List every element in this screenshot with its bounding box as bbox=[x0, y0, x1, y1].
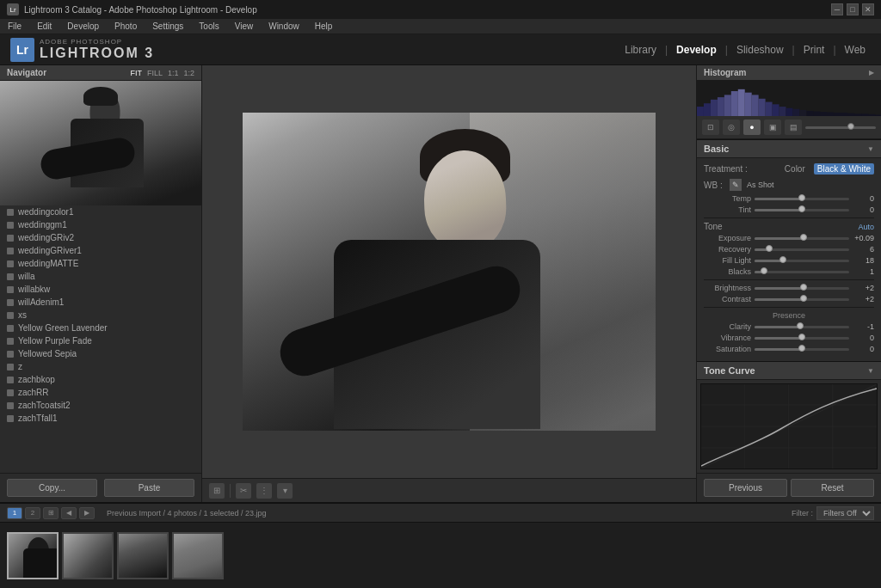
preset-item[interactable]: z bbox=[0, 360, 201, 373]
svg-rect-14 bbox=[792, 109, 799, 116]
temp-thumb[interactable] bbox=[798, 194, 805, 201]
tool-mini-slider[interactable] bbox=[805, 126, 876, 129]
tint-slider[interactable] bbox=[755, 209, 849, 211]
tab-web[interactable]: Web bbox=[840, 42, 871, 58]
tint-thumb[interactable] bbox=[798, 205, 805, 212]
saturation-slider[interactable] bbox=[755, 348, 849, 351]
page-1-btn[interactable]: 1 bbox=[7, 507, 22, 519]
preset-item[interactable]: Yellow Purple Fade bbox=[0, 334, 201, 347]
prev-btn[interactable]: ◀ bbox=[61, 507, 77, 519]
treatment-color[interactable]: Color bbox=[781, 163, 809, 175]
paste-button[interactable]: Paste bbox=[104, 479, 194, 497]
previous-button[interactable]: Previous bbox=[704, 479, 787, 497]
preset-item[interactable]: weddingGRiv2 bbox=[0, 231, 201, 244]
histogram-collapse[interactable]: ▶ bbox=[869, 69, 874, 77]
preset-item[interactable]: xs bbox=[0, 309, 201, 322]
basic-collapse[interactable]: ▼ bbox=[867, 145, 874, 153]
preset-item[interactable]: zachTfall1 bbox=[0, 412, 201, 425]
clarity-thumb[interactable] bbox=[797, 322, 804, 329]
tab-print[interactable]: Print bbox=[798, 42, 830, 58]
preset-item[interactable]: weddingcolor1 bbox=[0, 205, 201, 218]
menu-file[interactable]: File bbox=[5, 21, 24, 31]
brightness-slider[interactable] bbox=[755, 287, 849, 290]
menu-tools[interactable]: Tools bbox=[196, 21, 221, 31]
filter-select[interactable]: Filters Off bbox=[816, 506, 874, 520]
dropdown-icon[interactable]: ▾ bbox=[277, 483, 293, 499]
navigator-preview[interactable] bbox=[0, 81, 201, 205]
contrast-slider[interactable] bbox=[755, 298, 849, 301]
clarity-slider[interactable] bbox=[755, 326, 849, 328]
zoom-12[interactable]: 1:2 bbox=[183, 69, 194, 77]
preset-item[interactable]: zachTcoatsit2 bbox=[0, 399, 201, 412]
fillight-thumb[interactable] bbox=[779, 256, 786, 263]
tone-curve-canvas[interactable] bbox=[700, 383, 878, 469]
copy-button[interactable]: Copy... bbox=[7, 479, 97, 497]
thumbnail-2[interactable] bbox=[62, 532, 114, 579]
restore-button[interactable]: □ bbox=[847, 3, 859, 15]
crop-icon[interactable]: ✂ bbox=[236, 483, 251, 499]
basic-panel-header[interactable]: Basic ▼ bbox=[697, 139, 881, 158]
minimize-button[interactable]: ─ bbox=[831, 3, 843, 15]
view-icon[interactable]: ⊞ bbox=[209, 483, 225, 499]
preset-item[interactable]: zachbkop bbox=[0, 373, 201, 386]
preset-item[interactable]: weddingGRiver1 bbox=[0, 244, 201, 257]
menu-help[interactable]: Help bbox=[312, 21, 336, 31]
tool-redeye[interactable]: ● bbox=[743, 119, 761, 135]
preset-item[interactable]: Yellowed Sepia bbox=[0, 347, 201, 360]
preset-item[interactable]: weddinggm1 bbox=[0, 218, 201, 231]
grid-icon[interactable]: ⋮ bbox=[256, 483, 272, 499]
close-button[interactable]: ✕ bbox=[862, 3, 874, 15]
reset-button[interactable]: Reset bbox=[791, 479, 874, 497]
next-btn[interactable]: ▶ bbox=[79, 507, 95, 519]
menu-window[interactable]: Window bbox=[266, 21, 302, 31]
tool-brush[interactable]: ▣ bbox=[764, 119, 781, 135]
preset-item[interactable]: willabkw bbox=[0, 283, 201, 296]
preset-item[interactable]: weddingMATTE bbox=[0, 257, 201, 270]
preset-item[interactable]: willAdenim1 bbox=[0, 296, 201, 309]
menu-view[interactable]: View bbox=[232, 21, 256, 31]
treatment-row: Treatment : Color Black & White bbox=[704, 163, 874, 175]
vibrance-slider[interactable] bbox=[755, 337, 849, 340]
brightness-thumb[interactable] bbox=[800, 284, 807, 291]
treatment-bw[interactable]: Black & White bbox=[814, 163, 874, 175]
page-2-btn[interactable]: 2 bbox=[25, 507, 40, 519]
zoom-fill[interactable]: FILL bbox=[147, 69, 163, 77]
tonecurve-header[interactable]: Tone Curve ▼ bbox=[697, 361, 881, 380]
blacks-slider[interactable] bbox=[755, 271, 849, 273]
thumbnail-3[interactable] bbox=[117, 532, 169, 579]
tab-develop[interactable]: Develop bbox=[671, 42, 722, 58]
auto-label[interactable]: Auto bbox=[858, 223, 874, 231]
temp-slider[interactable] bbox=[755, 198, 849, 200]
blacks-thumb[interactable] bbox=[761, 267, 767, 274]
tonecurve-collapse[interactable]: ▼ bbox=[867, 367, 874, 375]
contrast-thumb[interactable] bbox=[800, 295, 807, 302]
wb-eyedropper[interactable]: ✎ bbox=[730, 179, 742, 191]
preset-item[interactable]: zachRR bbox=[0, 386, 201, 399]
recovery-slider[interactable] bbox=[755, 248, 849, 251]
tab-library[interactable]: Library bbox=[619, 42, 662, 58]
filmstrip-info: Previous Import / 4 photos / 1 selected … bbox=[107, 509, 267, 518]
fillight-slider[interactable] bbox=[755, 260, 849, 262]
preset-item[interactable]: willa bbox=[0, 270, 201, 283]
vibrance-thumb[interactable] bbox=[798, 334, 805, 340]
tool-gradient[interactable]: ▤ bbox=[785, 119, 802, 135]
zoom-fit[interactable]: FIT bbox=[130, 69, 142, 77]
tool-crop[interactable]: ⊡ bbox=[702, 119, 719, 135]
thumbnail-1[interactable] bbox=[7, 532, 59, 579]
menu-settings[interactable]: Settings bbox=[150, 21, 186, 31]
menu-develop[interactable]: Develop bbox=[65, 21, 102, 31]
saturation-thumb[interactable] bbox=[798, 345, 805, 352]
menu-edit[interactable]: Edit bbox=[34, 21, 54, 31]
preset-item[interactable]: Yellow Green Lavender bbox=[0, 322, 201, 334]
image-area[interactable] bbox=[202, 65, 696, 478]
exposure-slider[interactable] bbox=[755, 237, 849, 240]
menu-photo[interactable]: Photo bbox=[112, 21, 139, 31]
tool-spot[interactable]: ◎ bbox=[723, 119, 740, 135]
exposure-thumb[interactable] bbox=[800, 234, 807, 241]
recovery-thumb[interactable] bbox=[766, 245, 773, 252]
tab-slideshow[interactable]: Slideshow bbox=[731, 42, 789, 58]
thumbnail-4[interactable] bbox=[172, 532, 224, 579]
grid-view-btn[interactable]: ⊞ bbox=[43, 507, 59, 519]
zoom-11[interactable]: 1:1 bbox=[168, 69, 179, 77]
window-controls[interactable]: ─ □ ✕ bbox=[831, 3, 874, 15]
